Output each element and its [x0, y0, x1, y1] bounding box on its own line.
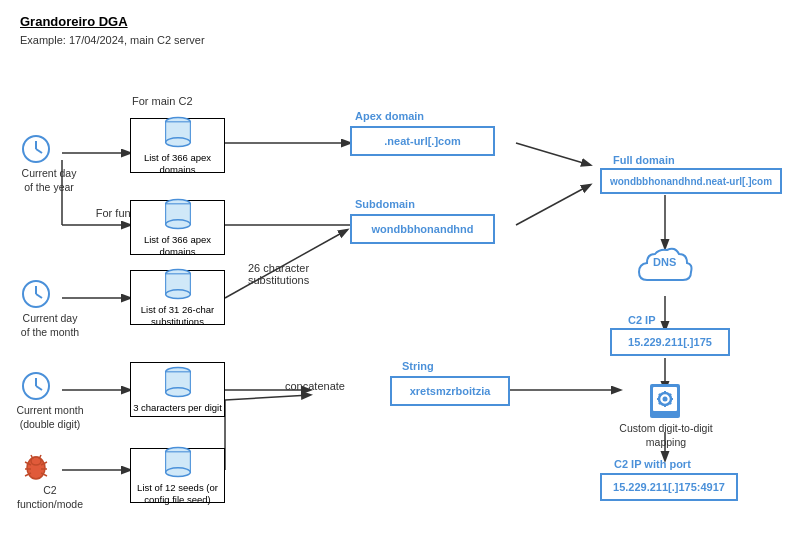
svg-line-66	[669, 394, 671, 396]
clock2-label: Current dayof the month	[10, 312, 90, 339]
db1-label: List of 366 apex domains	[133, 152, 222, 176]
svg-point-43	[165, 137, 190, 146]
db5: List of 12 seeds (or config file seed)	[130, 448, 225, 503]
clock3	[20, 370, 52, 404]
svg-line-21	[36, 149, 42, 153]
db5-label: List of 12 seeds (or config file seed)	[133, 482, 222, 506]
char-sub-label: 26 character substitutions	[248, 262, 348, 286]
svg-point-52	[165, 387, 190, 396]
clock2	[20, 278, 52, 312]
concatenate-label: concatenate	[285, 380, 345, 392]
svg-point-46	[165, 219, 190, 228]
db2-label: List of 366 apex domains	[133, 234, 222, 258]
db3-label: List of 31 26-char substitutions	[133, 304, 222, 328]
full-domain-header: Full domain	[613, 154, 675, 166]
bug-icon	[20, 450, 52, 484]
svg-line-24	[36, 294, 42, 298]
dns-cloud: DNS	[635, 242, 695, 296]
subtitle: Example: 17/04/2024, main C2 server	[20, 34, 205, 46]
clock4-label: C2 function/mode	[10, 484, 90, 511]
string-box: xretsmzrboitzia	[390, 376, 510, 406]
svg-point-49	[165, 289, 190, 298]
subdomain-header: Subdomain	[355, 198, 415, 210]
c2ip-header: C2 IP	[628, 314, 656, 326]
full-domain-box: wondbbhonandhnd.neat-url[.]com	[600, 168, 782, 194]
svg-line-13	[516, 185, 590, 225]
apex-domain-box: .neat-url[.]com	[350, 126, 495, 156]
c2ip-port-header: C2 IP with port	[614, 458, 691, 470]
subdomain-box: wondbbhonandhnd	[350, 214, 495, 244]
db2: List of 366 apex domains	[130, 200, 225, 255]
svg-line-67	[659, 402, 661, 404]
db4-label: 3 characters per digit	[133, 402, 222, 414]
string-header: String	[402, 360, 434, 372]
mapping-label: Custom digit-to-digitmapping	[606, 422, 726, 449]
svg-line-27	[36, 386, 42, 390]
svg-line-12	[516, 143, 590, 165]
svg-line-65	[669, 402, 671, 404]
svg-line-11	[225, 395, 310, 400]
mapping-icon	[646, 382, 684, 422]
c2ip-port-box: 15.229.211[.]175:4917	[600, 473, 738, 501]
svg-line-64	[659, 394, 661, 396]
for-main-label: For main C2	[132, 95, 193, 107]
svg-point-55	[165, 467, 190, 476]
main-box: List of 366 apex domains	[130, 118, 225, 173]
dns-label: DNS	[653, 256, 676, 268]
db3: List of 31 26-char substitutions	[130, 270, 225, 325]
clock3-label: Current month(double digit)	[6, 404, 94, 431]
clock1	[20, 133, 52, 167]
db4: 3 characters per digit	[130, 362, 225, 417]
c2ip-box: 15.229.211[.]175	[610, 328, 730, 356]
page-title: Grandoreiro DGA	[20, 14, 128, 29]
apex-domain-header: Apex domain	[355, 110, 424, 122]
clock1-label: Current dayof the year	[14, 167, 84, 194]
svg-point-59	[663, 397, 668, 402]
